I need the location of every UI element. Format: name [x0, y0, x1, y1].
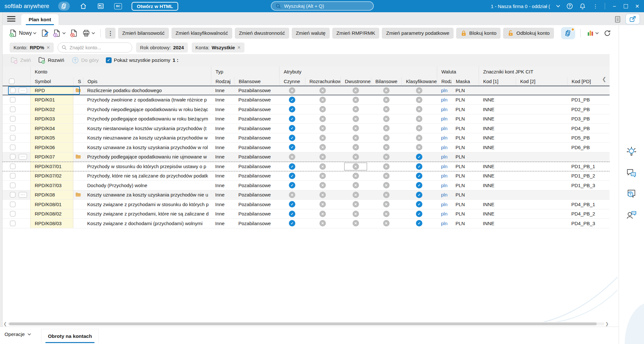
- cell-opis[interactable]: Przychody, które nie są zaliczane do prz…: [83, 171, 211, 181]
- cell-symbol[interactable]: RPD/K07/02: [30, 171, 73, 181]
- cell-czynne[interactable]: ✓: [279, 105, 305, 114]
- row-checkbox[interactable]: [10, 164, 15, 169]
- cell-kodpd[interactable]: PD5_PB: [567, 133, 610, 143]
- cell-kod2[interactable]: [516, 162, 567, 171]
- cell-kod1[interactable]: INNE: [479, 133, 516, 143]
- cell-bilansowe-attr[interactable]: ✕: [371, 124, 401, 133]
- cell-bilansowe[interactable]: Pozabilansowe: [234, 114, 279, 124]
- row-checkbox[interactable]: [10, 145, 15, 150]
- cell-rodzaj[interactable]: Inne: [211, 86, 234, 95]
- cell-bilansowe[interactable]: Pozabilansowe: [234, 143, 279, 152]
- print-button[interactable]: [81, 28, 96, 38]
- col-bilansowe[interactable]: Bilansowe: [234, 77, 279, 85]
- scrollbar-thumb[interactable]: [9, 322, 597, 325]
- row-checkbox[interactable]: [10, 173, 15, 178]
- cell-klasyfikowane[interactable]: ✓: [401, 190, 437, 200]
- cell-klasyfikowane[interactable]: ✕: [401, 143, 437, 152]
- currency-link[interactable]: pln: [441, 164, 447, 169]
- cell-czynne[interactable]: ✓: [279, 133, 305, 143]
- cell-klasyfikowane[interactable]: ✓: [401, 200, 437, 209]
- cell-rodz[interactable]: pln: [437, 114, 451, 124]
- cell-rodzaj[interactable]: Inne: [211, 190, 234, 200]
- cell-kodpd[interactable]: PD3_PB: [567, 114, 610, 124]
- col-rodzaj[interactable]: Rodzaj: [211, 77, 234, 85]
- company-selector[interactable]: 1 - Nasza firma 0 - oddział (: [491, 4, 550, 9]
- cell-rozrachunkowe[interactable]: ✕: [305, 171, 340, 181]
- cell-opis[interactable]: Przychody podlegające opodatkowaniu nie …: [83, 152, 211, 162]
- cell-rozrachunkowe[interactable]: ✕: [305, 152, 340, 162]
- col-dwustronne[interactable]: Dwustronne: [340, 77, 371, 85]
- cell-symbol[interactable]: RPD/K08/02: [30, 209, 73, 219]
- row-checkbox[interactable]: [10, 88, 15, 93]
- cell-rodzaj[interactable]: Inne: [211, 171, 234, 181]
- cell-czynne[interactable]: ✕: [279, 152, 305, 162]
- cell-kod1[interactable]: [479, 86, 516, 95]
- col-czynne[interactable]: Czynne: [279, 77, 305, 85]
- currency-link[interactable]: pln: [441, 211, 447, 216]
- more-actions-button[interactable]: ⋮: [105, 28, 115, 39]
- views-button[interactable]: [561, 27, 575, 39]
- cell-bilansowe[interactable]: Pozabilansowe: [234, 105, 279, 114]
- filter-chip-konto[interactable]: Konto:RPD% ✕: [10, 43, 54, 53]
- cell-symbol[interactable]: RPD/K05: [30, 133, 73, 143]
- cell-kodpd[interactable]: PD4_PB: [567, 124, 610, 133]
- cell-rozrachunkowe[interactable]: ✕: [305, 209, 340, 219]
- cell-kod2[interactable]: [516, 86, 567, 95]
- cell-symbol[interactable]: RPD/K08/03: [30, 219, 73, 228]
- cell-dwustronne[interactable]: ✕: [340, 190, 371, 200]
- horizontal-scrollbar[interactable]: ❮ ❯: [3, 321, 610, 326]
- expand-button[interactable]: Rozwiń: [38, 56, 64, 64]
- cell-symbol[interactable]: RPD/K07: [30, 152, 73, 162]
- cell-bilansowe-attr[interactable]: ✕: [371, 105, 401, 114]
- collapse-button[interactable]: Zwiń: [10, 56, 31, 64]
- news-icon[interactable]: [97, 2, 105, 10]
- cell-rodz[interactable]: pln: [437, 105, 451, 114]
- change-currency-button[interactable]: Zmień walutę: [292, 28, 330, 39]
- cell-symbol[interactable]: RPD/K06: [30, 143, 73, 152]
- cell-symbol[interactable]: RPD/K03: [30, 114, 73, 124]
- cell-kod2[interactable]: [516, 190, 567, 200]
- cell-symbol[interactable]: RPD: [30, 86, 73, 95]
- cell-rozrachunkowe[interactable]: ✕: [305, 219, 340, 228]
- cell-kod2[interactable]: [516, 219, 567, 228]
- cell-rodz[interactable]: pln: [437, 133, 451, 143]
- cell-dwustronne[interactable]: ✕: [340, 133, 371, 143]
- scroll-right-icon[interactable]: ❯: [604, 321, 610, 326]
- currency-link[interactable]: pln: [441, 202, 447, 207]
- cell-opis[interactable]: Koszty niestanowiące kosztów uzyskania p…: [83, 124, 211, 133]
- cell-kod1[interactable]: INNE: [479, 162, 516, 171]
- cell-dwustronne[interactable]: ✕: [340, 105, 371, 114]
- cell-czynne[interactable]: ✕: [279, 190, 305, 200]
- row-checkbox[interactable]: [10, 154, 15, 159]
- assistant-help-icon[interactable]: [626, 189, 637, 201]
- go-up-button[interactable]: Do góry: [71, 56, 99, 64]
- table-row[interactable]: RPD/K08/01 Koszty związane z przychodami…: [3, 200, 610, 209]
- cell-symbol[interactable]: RPD/K08/01: [30, 200, 73, 209]
- cell-kodpd[interactable]: [567, 190, 610, 200]
- table-row[interactable]: ··· RPD Rozliczenie podatku dochodowego …: [3, 86, 610, 95]
- open-in-html-button[interactable]: Otwórz w HTML: [132, 2, 178, 11]
- table-row[interactable]: RPD/K07/02 Przychody, które nie są zalic…: [3, 171, 610, 181]
- share-button[interactable]: [625, 14, 640, 24]
- cell-klasyfikowane[interactable]: ✕: [401, 133, 437, 143]
- cell-rodzaj[interactable]: Inne: [211, 219, 234, 228]
- change-classifiability-button[interactable]: Zmień klasyfikowalność: [171, 28, 232, 39]
- cell-kodpd[interactable]: [567, 86, 610, 95]
- cell-klasyfikowane[interactable]: ✕: [401, 124, 437, 133]
- cell-opis[interactable]: Koszty uznawane za koszty uzyskania przy…: [83, 190, 211, 200]
- cell-symbol[interactable]: RPD/K02: [30, 105, 73, 114]
- cell-rodzaj[interactable]: Inne: [211, 209, 234, 219]
- cell-kodpd[interactable]: PD4_PB_2: [567, 209, 610, 219]
- row-checkbox[interactable]: [10, 126, 15, 131]
- cell-symbol[interactable]: RPD/K01: [30, 95, 73, 105]
- cell-kodpd[interactable]: PD1_PB_3: [567, 181, 610, 190]
- cell-rozrachunkowe[interactable]: ✕: [305, 105, 340, 114]
- cell-dwustronne[interactable]: ✕: [340, 171, 371, 181]
- row-more-button[interactable]: ···: [19, 88, 27, 93]
- row-checkbox[interactable]: [10, 202, 15, 207]
- cell-bilansowe-attr[interactable]: ✕: [371, 209, 401, 219]
- info-button[interactable]: [52, 28, 67, 38]
- cell-kod2[interactable]: [516, 152, 567, 162]
- row-checkbox[interactable]: [10, 192, 15, 197]
- table-row[interactable]: RPD/K07/03 Dochody (Przychody) wolne Inn…: [3, 181, 610, 190]
